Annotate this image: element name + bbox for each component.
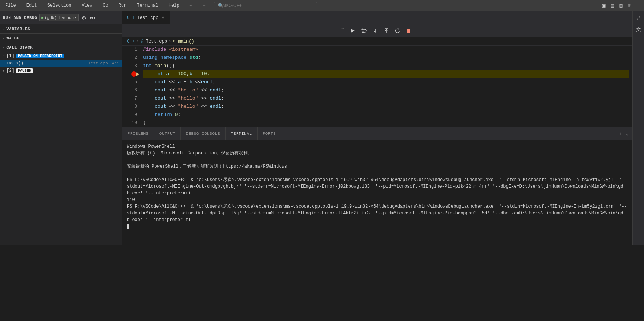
more-button[interactable]: ••• [89,14,96,21]
token-namespace: namespace [161,54,186,62]
code-content: #include <iostream> using namespace std;… [140,46,632,127]
layout-icon-2[interactable]: ▤ [610,1,616,10]
debug-action-bar: ⠿ [122,24,632,37]
token-100: 100 [178,70,186,78]
step-over-icon [361,28,367,34]
token-std: std [189,54,198,62]
step-into-button[interactable] [370,27,380,35]
cpp-file-icon: C++ [127,15,135,20]
menu-item-selection[interactable]: Selection [45,2,74,9]
menu-item-go[interactable]: Go [100,2,110,9]
layout-icon-1[interactable]: ▣ [601,1,607,10]
code-editor[interactable]: 1 2 3 4 5 6 7 8 9 10 [122,46,632,127]
layout-icon-3[interactable]: ▥ [618,1,624,10]
menu-item-edit[interactable]: Edit [24,2,39,9]
code-line-8: cout << "hello" << endl; [143,103,629,111]
tab-close-button[interactable]: × [161,15,165,21]
tab-output[interactable]: OUTPUT [154,127,181,140]
breadcrumb-file[interactable]: © Test.cpp [141,39,167,44]
chevron-down-icon: ▾ [75,16,76,20]
variables-collapse-icon: ▾ [3,27,5,31]
call-stack-item-main[interactable]: main() Test.cpp 4:1 [0,60,122,67]
watch-section: ▾ WATCH [0,34,122,43]
token-endl-7: endl [209,94,221,103]
token-eq-2: = [192,70,201,78]
new-terminal-button[interactable]: + [618,130,622,137]
watch-label: WATCH [6,36,20,40]
panel-tabs: PROBLEMS OUTPUT DEBUG CONSOLE TERMINAL P… [122,127,632,140]
menu-item-view[interactable]: View [79,2,95,9]
run-debug-label: RUN AND DEBUG [3,16,37,20]
token-comma: , [186,70,189,78]
call-stack-group-2[interactable]: ▶ [2] PAUSED [0,67,122,74]
terminal-body[interactable]: Windows PowerShell 版权所有 (C) Microsoft Co… [122,140,632,245]
tab-ports[interactable]: PORTS [258,127,282,140]
terminal-line-7: 110 [127,197,628,203]
variables-header[interactable]: ▾ VARIABLES [0,24,122,34]
play-icon: ▶ [41,15,44,20]
token-semi-5: ; [212,78,215,86]
tab-test-cpp[interactable]: C++ Test.cpp × [122,11,170,24]
nav-back-button[interactable]: ← [188,2,195,9]
variables-label: VARIABLES [6,27,30,31]
token-hello-8: "hello" [178,103,198,111]
token-lshift-7: << [166,94,178,103]
drag-handle-icon: ⠿ [341,28,344,33]
token-brace-close: } [143,119,146,127]
breadcrumb-func[interactable]: ⊙ main() [173,39,194,44]
line-num-8: 8 [125,103,137,111]
line-num-5: 5 [125,78,137,86]
call-stack-body: ▾ [1] PAUSED ON BREAKPOINT main() Test.c… [0,52,122,245]
token-lshift2-8: << [198,103,209,111]
translate-icon[interactable]: 文 [633,24,644,35]
editor-panel-wrap: C++ Test.cpp × ⠿ [122,11,632,245]
token-lshift2-5: << [192,78,201,86]
tab-terminal[interactable]: TERMINAL [226,127,258,140]
code-line-9: return 0; [143,111,629,119]
editor-area: C++ Test.cpp × ⠿ [122,11,632,127]
menu-item-terminal[interactable]: Terminal [135,2,161,9]
menu-item-help[interactable]: Help [166,2,182,9]
call-stack-group-1[interactable]: ▾ [1] PAUSED ON BREAKPOINT [0,52,122,60]
layout-icon-4[interactable]: ⊞ [627,1,633,10]
token-plus-5: + [181,78,189,86]
token-lshift2-7: << [198,94,209,103]
split-terminal-button[interactable]: ⌵ [625,130,629,137]
menu-bar: File Edit Selection View Go Run Terminal… [0,0,644,11]
breadcrumb-file-icon: © [141,39,143,44]
token-semicolon-2: ; [198,54,201,62]
token-0: 0 [175,111,178,119]
continue-button[interactable] [348,27,358,35]
menu-item-file[interactable]: File [3,2,18,9]
code-editor-inner: 1 2 3 4 5 6 7 8 9 10 [122,46,632,127]
stop-icon [406,28,412,34]
tab-debug-console[interactable]: DEBUG CONSOLE [181,127,225,140]
nav-forward-button[interactable]: → [201,2,208,9]
search-input[interactable] [214,2,317,9]
tab-bar: C++ Test.cpp × [122,11,632,24]
step-over-button[interactable] [359,27,369,35]
launch-config-name: (gdb) Launch [44,16,74,20]
token-semicolon-4: ; [207,70,210,78]
breadcrumb-lang[interactable]: C++ [127,39,135,44]
menu-item-run[interactable]: Run [116,2,129,9]
watch-header[interactable]: ▾ WATCH [0,34,122,43]
minimize-button[interactable]: — [635,2,641,9]
token-using: using [143,54,158,62]
restart-button[interactable] [393,27,402,35]
token-lshift-6: << [166,86,178,94]
settings-button[interactable]: ⚙ [81,14,87,21]
tab-problems[interactable]: PROBLEMS [122,127,154,140]
token-a-5: a [178,78,181,86]
call-stack-header[interactable]: ▾ CALL STACK [0,43,122,52]
panel-tab-actions: + ⌵ [615,127,632,140]
remote-icon[interactable]: ⇄ [633,13,644,23]
stop-button[interactable] [404,27,413,35]
step-out-button[interactable] [382,27,391,35]
paused-badge: PAUSED [16,68,33,73]
launch-config-select[interactable]: ▶ (gdb) Launch ▾ [39,14,78,21]
token-paren-open: (){ [166,62,175,70]
line-num-10: 10 [125,119,137,127]
code-line-3: int main(){ [143,62,629,70]
token-hello-7: "hello" [178,94,198,103]
